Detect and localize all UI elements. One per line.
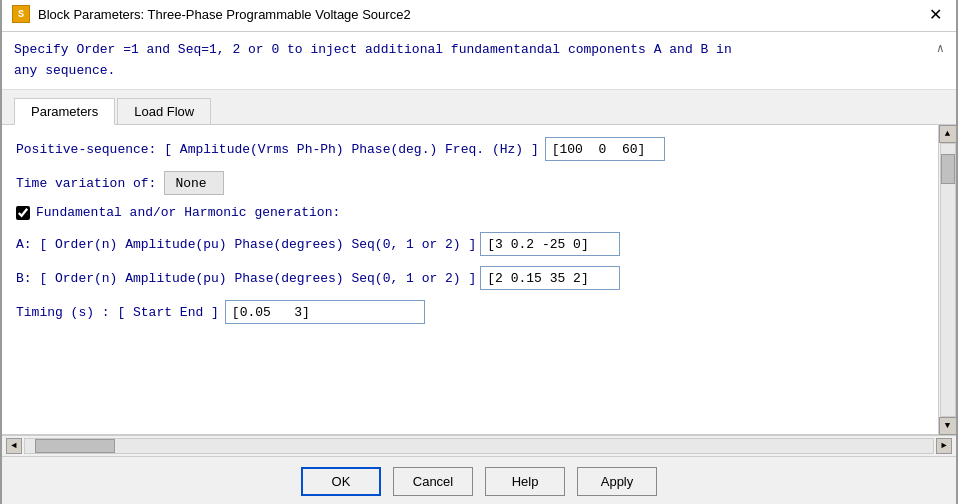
content-with-scroll: Positive-sequence: [ Amplitude(Vrms Ph-P… — [2, 125, 956, 435]
b-row: B: [ Order(n) Amplitude(pu) Phase(degree… — [16, 266, 924, 290]
time-variation-label: Time variation of: — [16, 176, 156, 191]
info-line2: any sequence. — [14, 61, 929, 82]
hscroll-right-button[interactable]: ► — [936, 438, 952, 454]
b-input[interactable] — [480, 266, 620, 290]
tab-parameters[interactable]: Parameters — [14, 98, 115, 125]
a-input[interactable] — [480, 232, 620, 256]
info-text-area: Specify Order =1 and Seq=1, 2 or 0 to in… — [2, 32, 956, 91]
scroll-up-arrow[interactable]: ∧ — [929, 40, 944, 82]
fundamental-label: Fundamental and/or Harmonic generation: — [36, 205, 340, 220]
info-line1: Specify Order =1 and Seq=1, 2 or 0 to in… — [14, 40, 929, 61]
timing-input[interactable] — [225, 300, 425, 324]
tabs-row: Parameters Load Flow — [2, 90, 956, 125]
info-text-content: Specify Order =1 and Seq=1, 2 or 0 to in… — [14, 40, 929, 82]
fundamental-checkbox[interactable] — [16, 206, 30, 220]
scroll-up-button[interactable]: ▲ — [939, 125, 957, 143]
a-row: A: [ Order(n) Amplitude(pu) Phase(degree… — [16, 232, 924, 256]
ok-button[interactable]: OK — [301, 467, 381, 496]
close-button[interactable]: ✕ — [925, 3, 946, 26]
tab-load-flow[interactable]: Load Flow — [117, 98, 211, 124]
vscroll-thumb[interactable] — [941, 154, 955, 184]
hscroll-left-button[interactable]: ◄ — [6, 438, 22, 454]
main-content: Positive-sequence: [ Amplitude(Vrms Ph-P… — [2, 125, 938, 435]
titlebar: S Block Parameters: Three-Phase Programm… — [2, 0, 956, 32]
bottom-buttons: OK Cancel Help Apply — [2, 456, 956, 504]
positive-sequence-input[interactable] — [545, 137, 665, 161]
hscroll-track — [24, 438, 934, 454]
positive-sequence-label: Positive-sequence: [ Amplitude(Vrms Ph-P… — [16, 142, 539, 157]
main-window: S Block Parameters: Three-Phase Programm… — [0, 0, 958, 504]
vscroll-track — [940, 143, 956, 417]
a-label: A: [ Order(n) Amplitude(pu) Phase(degree… — [16, 237, 476, 252]
b-label: B: [ Order(n) Amplitude(pu) Phase(degree… — [16, 271, 476, 286]
vertical-scrollbar: ▲ ▼ — [938, 125, 956, 435]
apply-button[interactable]: Apply — [577, 467, 657, 496]
hscroll-thumb[interactable] — [35, 439, 115, 453]
fundamental-row: Fundamental and/or Harmonic generation: — [16, 205, 924, 220]
window-title: Block Parameters: Three-Phase Programmab… — [38, 7, 411, 22]
timing-label: Timing (s) : [ Start End ] — [16, 305, 219, 320]
cancel-button[interactable]: Cancel — [393, 467, 473, 496]
app-icon: S — [12, 5, 30, 23]
titlebar-left: S Block Parameters: Three-Phase Programm… — [12, 5, 411, 23]
positive-sequence-row: Positive-sequence: [ Amplitude(Vrms Ph-P… — [16, 137, 924, 161]
hscroll-row: ◄ ► — [2, 435, 956, 456]
help-button[interactable]: Help — [485, 467, 565, 496]
scroll-down-button[interactable]: ▼ — [939, 417, 957, 435]
time-variation-value: None — [164, 171, 224, 195]
time-variation-row: Time variation of: None — [16, 171, 924, 195]
timing-row: Timing (s) : [ Start End ] — [16, 300, 924, 324]
